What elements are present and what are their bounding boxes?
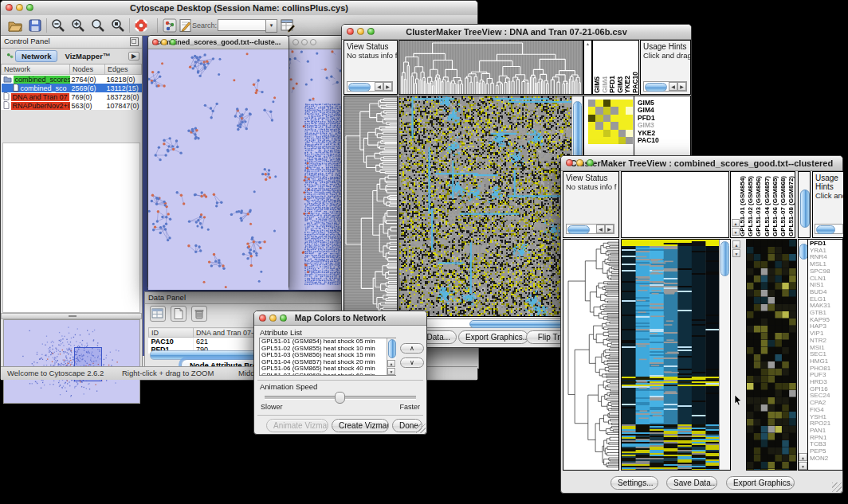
zoom-button[interactable] <box>310 39 316 45</box>
view-status-scrollbar[interactable]: ◀ ▶ <box>347 81 393 92</box>
close-button[interactable] <box>347 28 354 35</box>
network-row[interactable]: RNAPuberNov2+I 563(0) 107847(0) <box>2 101 142 110</box>
search-dropdown-button[interactable]: ▼ <box>265 19 277 33</box>
move-up-button[interactable]: ∧ <box>400 343 424 354</box>
scrollbar-thumb[interactable] <box>816 225 835 234</box>
scroll-up-arrow[interactable]: ▲ <box>799 453 807 461</box>
tabs-overflow-button[interactable]: ▶ <box>128 52 139 61</box>
save-data-button[interactable]: Save Data... <box>666 476 717 490</box>
export-graphics-button[interactable]: Export Graphics... <box>726 476 795 490</box>
window-title-bar[interactable]: combined_scores_good.txt--cluste... <box>148 36 289 49</box>
column-dendrogram-pane[interactable] <box>398 40 583 95</box>
column-header[interactable]: Network <box>2 64 70 75</box>
save-icon[interactable] <box>27 18 43 33</box>
attribute-table-icon[interactable] <box>150 306 166 322</box>
view-status-scrollbar[interactable]: ◀ ▶ <box>566 224 614 234</box>
column-label[interactable]: GPL51-01 (GSM854) <box>739 176 747 236</box>
zoom-button[interactable] <box>26 4 33 11</box>
scroll-right-arrow[interactable]: ▶ <box>605 225 614 233</box>
usage-hints-scrollbar[interactable]: ◀ ▶ <box>643 81 687 92</box>
network-canvas[interactable] <box>148 49 289 290</box>
search-input[interactable] <box>218 19 267 31</box>
global-heatmap-pane[interactable] <box>621 239 731 471</box>
resize-grip[interactable] <box>832 483 842 492</box>
row-dendrogram-canvas[interactable] <box>344 96 397 316</box>
treeview1-title-bar[interactable]: ClusterMaker TreeView : DNA and Tran 07-… <box>342 25 691 40</box>
label-scroll-strip[interactable]: ▴ <box>583 40 592 95</box>
network-row[interactable]: combined_scores 2764(0) 16218(0) <box>2 75 142 84</box>
column-header[interactable]: Edges <box>105 64 142 75</box>
scrollbar-thumb[interactable] <box>567 225 590 234</box>
heatmap-canvas[interactable] <box>622 240 720 470</box>
float-panel-icon[interactable] <box>130 37 139 46</box>
settings-button[interactable]: Settings... <box>610 476 658 490</box>
labels-vscrollbar[interactable] <box>798 171 811 238</box>
scroll-down-arrow[interactable]: ▼ <box>799 462 807 470</box>
column-label[interactable]: PAC10 <box>632 72 640 93</box>
vizmapper-icon[interactable] <box>162 18 178 33</box>
row-dendrogram-pane[interactable] <box>344 96 398 317</box>
panel-splitter[interactable] <box>1 313 142 319</box>
gene-label[interactable]: MON2 <box>810 455 842 463</box>
network-row[interactable]: DNA and Tran 07 769(0) 183728(0) <box>2 92 142 101</box>
close-button[interactable] <box>292 39 299 45</box>
close-button[interactable] <box>259 315 266 322</box>
row-dendrogram-pane[interactable] <box>563 239 619 471</box>
zoom-in-icon[interactable] <box>70 18 86 33</box>
scrollbar-thumb[interactable] <box>388 339 396 358</box>
help-lifesaver-icon[interactable] <box>133 18 149 33</box>
zoom-selected-icon[interactable] <box>110 18 126 33</box>
zoom-button[interactable] <box>280 315 287 322</box>
minimize-button[interactable] <box>576 159 583 166</box>
move-down-button[interactable]: ∨ <box>400 357 424 368</box>
main-title-bar[interactable]: Cytoscape Desktop (Session Name: collins… <box>1 1 477 16</box>
column-label[interactable]: GPL51-04 (GSM857) <box>764 176 771 236</box>
usage-hints-scrollbar[interactable] <box>815 224 843 234</box>
minimize-button[interactable] <box>301 39 308 45</box>
annotation-icon[interactable] <box>178 18 194 33</box>
zoom-button[interactable] <box>367 28 375 35</box>
minimize-button[interactable] <box>161 39 167 45</box>
zoom-heatmap-matrix[interactable] <box>588 100 633 144</box>
tab-vizmapper[interactable]: VizMapper™ <box>59 51 116 61</box>
row-dendrogram-canvas[interactable] <box>563 240 618 470</box>
dialog-title-bar[interactable]: Map Colors to Network <box>254 311 426 326</box>
attribute-list-scrollbar[interactable]: ▲ ▼ <box>387 338 396 375</box>
zoom-button[interactable] <box>587 159 594 166</box>
attr-column-header[interactable]: ID <box>149 328 194 338</box>
column-label[interactable]: GPL51-07 (GSM868) <box>779 176 787 236</box>
column-dendrogram-pane[interactable] <box>621 171 729 238</box>
minimize-button[interactable] <box>357 28 364 35</box>
open-file-icon[interactable] <box>7 18 23 33</box>
new-attribute-icon[interactable] <box>171 306 186 322</box>
column-label[interactable]: GPL51-08 (GSM872) <box>787 176 795 236</box>
tab-network[interactable]: Network <box>15 50 57 62</box>
labels-scroll-up-arrow[interactable]: ▲ <box>732 219 740 227</box>
scrollbar-thumb[interactable] <box>720 241 729 276</box>
scroll-left-arrow[interactable]: ◀ <box>596 225 605 233</box>
scrollbar-thumb[interactable] <box>800 189 810 228</box>
delete-trash-icon[interactable] <box>191 306 207 322</box>
network-row-selected[interactable]: combined_sco 2569(6) 13112(15) <box>2 84 142 92</box>
gene-label[interactable]: PAC10 <box>638 137 659 144</box>
attribute-browser-icon[interactable] <box>280 18 296 33</box>
heatmap-canvas[interactable] <box>399 96 571 316</box>
export-graphics-button[interactable]: Export Graphics... <box>458 330 528 344</box>
scrollbar-thumb[interactable] <box>799 244 808 260</box>
scroll-right-arrow[interactable]: ▶ <box>383 82 392 91</box>
close-button[interactable] <box>6 4 13 11</box>
column-dendrogram-canvas[interactable] <box>399 41 583 94</box>
minimize-button[interactable] <box>269 315 277 322</box>
zoom-vscrollbar[interactable]: ▲ ▼ <box>798 239 808 471</box>
close-button[interactable] <box>566 159 573 166</box>
scroll-down-arrow[interactable]: ▼ <box>732 249 740 257</box>
column-label[interactable]: GPL51-06 (GSM865) <box>771 176 779 236</box>
zoom-heatmap-pane[interactable] <box>746 239 797 471</box>
scroll-left-arrow[interactable]: ◀ <box>669 82 677 91</box>
zoom-out-icon[interactable] <box>50 18 66 33</box>
column-header[interactable]: Nodes <box>70 64 105 75</box>
scroll-up-arrow[interactable]: ▴ <box>584 41 591 46</box>
column-label[interactable]: GPL51-03 (GSM856) <box>755 176 763 236</box>
animate-vizmap-button[interactable]: Animate Vizmap <box>266 419 328 432</box>
close-button[interactable] <box>152 39 159 45</box>
